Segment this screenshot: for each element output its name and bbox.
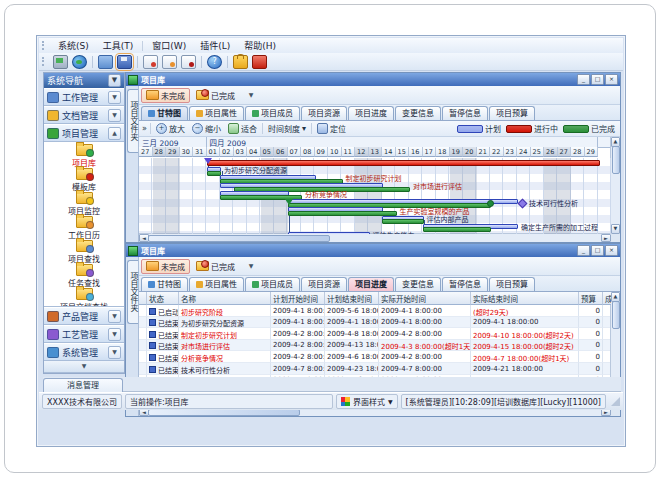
table-row[interactable]: 已结束制定初步研究计划2009-4-2 8:00:002009-4-8 18:0… — [139, 328, 611, 340]
style-selector[interactable]: 界面样式 ▼ — [336, 394, 398, 409]
maximize-button[interactable]: □ — [591, 245, 604, 256]
sidebar-group-top-0[interactable]: 工作管理▼ — [44, 88, 124, 106]
sidebar-item-4[interactable]: 项目查找 — [44, 240, 124, 264]
exit-icon[interactable] — [252, 55, 267, 69]
column-header-0[interactable]: 状态 — [147, 292, 179, 305]
menu-item-2[interactable]: 窗口(W) — [145, 38, 193, 53]
sidebar-item-3[interactable]: 工作日历 — [44, 216, 124, 240]
tab-progress[interactable]: 项目进度 — [348, 277, 394, 291]
sidebar-group-chevron-icon[interactable]: ▲ — [108, 127, 121, 140]
help-icon[interactable]: ? — [207, 55, 222, 69]
save-icon[interactable] — [117, 55, 132, 69]
maximize-button[interactable]: □ — [591, 74, 604, 85]
sidebar-item-2[interactable]: 项目监控 — [44, 192, 124, 216]
tab-gantt[interactable]: 甘特图 — [141, 106, 188, 120]
report-edit-icon[interactable] — [162, 55, 177, 69]
menu-item-0[interactable]: 系统(S) — [51, 38, 96, 53]
zoom-out-button[interactable]: −缩小 — [190, 123, 223, 134]
filter-more-button[interactable]: ▼ — [245, 89, 257, 101]
gantt-summary-bar[interactable] — [207, 160, 601, 166]
filter-more-button[interactable]: ▼ — [245, 260, 257, 272]
sidebar-group-chevron-icon[interactable]: ▼ — [108, 346, 121, 359]
table-row[interactable]: 已启动初步研究阶段2009-4-1 8:00:002009-5-6 18:00:… — [139, 305, 611, 317]
sidebar-group-project[interactable]: 项目管理▲ — [44, 124, 124, 142]
globe-icon[interactable] — [72, 55, 87, 69]
filter-finished-button[interactable]: 已完成 — [192, 260, 239, 273]
column-header-1[interactable]: 名称 — [179, 292, 271, 305]
column-header-2[interactable]: 计划开始时间 — [271, 292, 325, 305]
menu-item-1[interactable]: 工具(T) — [96, 38, 141, 53]
tab-resources[interactable]: 项目资源 — [301, 277, 347, 291]
gantt-plan-bar[interactable] — [288, 232, 370, 234]
zoom-in-button[interactable]: +放大 — [154, 123, 187, 134]
menu-item-3[interactable]: 插件(L) — [193, 38, 237, 53]
locate-button[interactable]: 定位 — [315, 123, 348, 134]
table-row[interactable]: 已结束分析竞争情况2009-4-2 8:00:002009-4-6 18:00:… — [139, 351, 611, 363]
close-button[interactable]: × — [605, 74, 618, 85]
tab-pause[interactable]: 暂停信息 — [442, 106, 488, 120]
toolbar-chevron-icon[interactable]: » — [142, 124, 147, 133]
tab-resources[interactable]: 项目资源 — [301, 106, 347, 120]
tab-project-folder[interactable]: 项目文件夹 — [127, 260, 138, 324]
lock-icon[interactable] — [233, 55, 248, 69]
tab-gantt[interactable]: 甘特图 — [141, 277, 188, 291]
scroll-thumb[interactable] — [612, 301, 620, 329]
filter-finished-button[interactable]: 已完成 — [192, 89, 239, 102]
tab-project-folder[interactable]: 项目文件夹 — [127, 89, 138, 153]
sidebar-collapse-button[interactable]: ▼ — [108, 74, 121, 87]
table-row[interactable]: 已结束技术可行性分析2009-4-7 8:00:002009-4-23 18:0… — [139, 363, 611, 375]
computer-icon[interactable] — [53, 55, 68, 69]
sidebar-group-chevron-icon[interactable]: ▼ — [108, 328, 121, 341]
tab-properties[interactable]: 项目属性 — [189, 277, 244, 291]
sidebar-overflow-button[interactable]: ▼ — [44, 361, 124, 373]
minimize-button[interactable]: _ — [577, 74, 590, 85]
tab-members[interactable]: 项目成员 — [245, 277, 300, 291]
sidebar-item-0[interactable]: 项目库 — [44, 144, 124, 168]
report-delete-icon[interactable] — [181, 55, 196, 69]
fit-button[interactable]: 适合 — [226, 123, 259, 134]
vertical-scrollbar[interactable]: ▲▼ — [610, 137, 620, 234]
tab-changes[interactable]: 变更信息 — [395, 106, 441, 120]
resize-grip[interactable] — [611, 397, 620, 406]
close-button[interactable]: × — [605, 245, 618, 256]
sidebar-item-5[interactable]: 任务查找 — [44, 264, 124, 288]
tab-progress[interactable]: 项目进度 — [348, 106, 394, 120]
column-header-6[interactable]: 预算 — [579, 292, 603, 305]
timescale-dropdown[interactable]: 时间刻度▾ — [266, 123, 308, 134]
menu-item-4[interactable]: 帮助(H) — [237, 38, 283, 53]
sidebar-group-chevron-icon[interactable]: ▼ — [108, 91, 121, 104]
table-row[interactable]: 已结束为初步研究分配资源2009-4-1 8:00:002009-4-1 18:… — [139, 317, 611, 329]
folder-icon[interactable] — [98, 55, 113, 69]
tab-budget[interactable]: 项目预算 — [489, 277, 535, 291]
sidebar-group-bottom-2[interactable]: 系统管理▼ — [44, 343, 124, 361]
gantt-actual-bar[interactable] — [288, 211, 397, 216]
report-add-icon[interactable] — [143, 55, 158, 69]
tab-members[interactable]: 项目成员 — [245, 106, 300, 120]
column-header-3[interactable]: 计划结束时间 — [325, 292, 379, 305]
column-header-4[interactable]: 实际开始时间 — [379, 292, 471, 305]
scroll-right-button[interactable]: ► — [601, 234, 611, 242]
table-row[interactable]: 已结束对市场进行评估2009-4-2 8:00:002009-4-13 18:0… — [139, 340, 611, 352]
tab-budget[interactable]: 项目预算 — [489, 106, 535, 120]
sidebar-item-1[interactable]: 模板库 — [44, 168, 124, 192]
horizontal-scrollbar[interactable]: ◄► — [139, 233, 611, 242]
sidebar-group-chevron-icon[interactable]: ▼ — [108, 109, 121, 122]
sidebar-item-6[interactable]: 项目文档查找 — [44, 288, 124, 307]
scroll-thumb[interactable] — [148, 235, 330, 242]
tab-changes[interactable]: 变更信息 — [395, 277, 441, 291]
column-header-5[interactable]: 实际结束时间 — [471, 292, 579, 305]
filter-unfinished-button[interactable]: 未完成 — [141, 259, 190, 274]
gantt-actual-bar[interactable] — [207, 171, 222, 176]
gantt-actual-bar[interactable] — [382, 219, 424, 224]
scroll-down-button[interactable]: ▼ — [611, 224, 620, 234]
tab-message-management[interactable]: 消息管理 — [43, 378, 123, 392]
filter-unfinished-button[interactable]: 未完成 — [141, 88, 190, 103]
column-header-7[interactable]: 成 — [603, 292, 611, 305]
gantt-actual-bar[interactable] — [423, 227, 492, 232]
scroll-thumb[interactable] — [612, 146, 620, 174]
tab-properties[interactable]: 项目属性 — [189, 106, 244, 120]
sidebar-group-bottom-1[interactable]: 工艺管理▼ — [44, 325, 124, 343]
minimize-button[interactable]: _ — [577, 245, 590, 256]
tab-pause[interactable]: 暂停信息 — [442, 277, 488, 291]
sidebar-group-top-1[interactable]: 文档管理▼ — [44, 106, 124, 124]
